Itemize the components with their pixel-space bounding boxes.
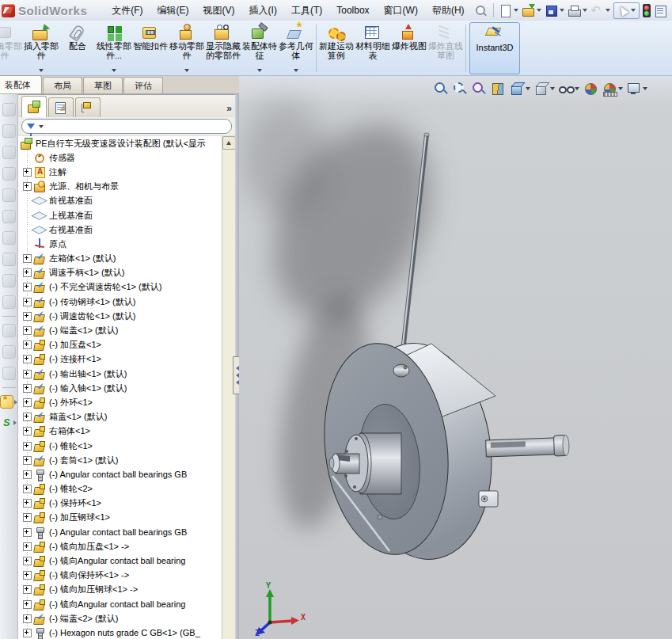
expand-toggle[interactable] bbox=[23, 268, 32, 277]
command-button-linear-pattern[interactable]: 线性零部件... bbox=[96, 21, 132, 75]
command-button-assembly-features[interactable]: 装配体特征 bbox=[241, 21, 278, 75]
left-toolbar-button[interactable] bbox=[2, 99, 16, 120]
3d-model[interactable] bbox=[239, 76, 672, 639]
expand-toggle[interactable] bbox=[23, 384, 32, 393]
expand-toggle[interactable] bbox=[23, 355, 32, 363]
left-toolbar-button[interactable] bbox=[2, 163, 16, 184]
expand-toggle[interactable] bbox=[23, 485, 32, 493]
expand-toggle[interactable] bbox=[23, 557, 32, 565]
scroll-up-button[interactable] bbox=[222, 136, 235, 150]
expand-toggle[interactable] bbox=[23, 499, 32, 508]
dropdown-caret-icon[interactable] bbox=[575, 87, 579, 90]
left-toolbar-button[interactable] bbox=[0, 391, 17, 413]
expand-toggle[interactable] bbox=[23, 370, 32, 378]
tree-item[interactable]: (-) 加压盘<1> bbox=[18, 338, 222, 352]
tree-item[interactable]: (-) 镜向Angular contact ball bearing bbox=[18, 597, 222, 611]
tree-item[interactable]: 上视基准面 bbox=[18, 208, 222, 223]
dropdown-caret-icon[interactable] bbox=[112, 69, 116, 72]
tree-item[interactable]: (-) 输出轴<1> (默认) bbox=[18, 367, 222, 381]
expand-toggle[interactable] bbox=[23, 182, 32, 191]
expand-toggle[interactable] bbox=[23, 168, 32, 177]
tree-item[interactable]: (-) 传动钢球<1> (默认) bbox=[18, 295, 222, 309]
expand-toggle[interactable] bbox=[23, 254, 32, 263]
command-button-insert-component[interactable]: 插入零部件 bbox=[23, 21, 59, 75]
tree-item[interactable]: (-) 外环<1> bbox=[18, 395, 222, 409]
dropdown-caret-icon[interactable] bbox=[257, 69, 262, 72]
tree-item[interactable]: 传感器 bbox=[18, 150, 222, 165]
menu-item[interactable]: 编辑(E) bbox=[150, 1, 196, 21]
heads-up-view-settings[interactable] bbox=[625, 81, 648, 97]
expand-toggle[interactable] bbox=[23, 340, 32, 349]
dropdown-caret-icon[interactable] bbox=[537, 9, 541, 12]
tree-item[interactable]: PE自行车无级变速器设计装配图 (默认<显示 bbox=[18, 136, 222, 150]
expand-toggle[interactable] bbox=[23, 470, 32, 479]
quick-icon-group[interactable] bbox=[613, 2, 640, 19]
filter-caret-icon[interactable] bbox=[39, 125, 44, 128]
expand-toggle[interactable] bbox=[23, 528, 32, 537]
heads-up-edit-appearance[interactable] bbox=[582, 81, 599, 97]
tree-item[interactable]: (-) 套筒<1> (默认) bbox=[18, 453, 222, 467]
heads-up-section-view[interactable] bbox=[489, 81, 507, 97]
command-button-explode-sketch[interactable]: 爆炸直线草图 bbox=[427, 21, 464, 75]
tab-propertymanager[interactable] bbox=[48, 97, 74, 117]
dropdown-caret-icon[interactable] bbox=[184, 69, 189, 72]
search-icon[interactable] bbox=[473, 4, 487, 17]
menu-item[interactable]: 工具(T) bbox=[284, 1, 329, 21]
left-toolbar-button[interactable] bbox=[2, 227, 16, 249]
dropdown-caret-icon[interactable] bbox=[631, 9, 636, 12]
tree-filter-input[interactable] bbox=[21, 119, 232, 134]
command-button-reference-geometry[interactable]: 参考几何体 bbox=[278, 21, 314, 75]
quick-icon-group[interactable] bbox=[568, 4, 589, 17]
left-toolbar-button[interactable] bbox=[2, 142, 16, 163]
menu-item[interactable]: 文件(F) bbox=[104, 1, 150, 21]
tree-item[interactable]: (-) 不完全调速齿轮<1> (默认) bbox=[18, 280, 222, 295]
tab-0[interactable]: 装配体 bbox=[0, 75, 42, 93]
heads-up-zoom-to-fit[interactable] bbox=[432, 81, 450, 97]
tree-item[interactable]: 光源、相机与布景 bbox=[18, 180, 222, 194]
quick-icon-group[interactable] bbox=[522, 4, 543, 17]
command-button-show-hidden[interactable]: 显示隐藏的零部件 bbox=[205, 21, 241, 75]
tree-item[interactable]: (-) 锥轮<2> bbox=[18, 482, 222, 496]
dropdown-caret-icon[interactable] bbox=[606, 9, 610, 12]
command-button-move-component[interactable]: 移动零部件 bbox=[169, 21, 205, 75]
tree-item[interactable]: 右视基准面 bbox=[18, 223, 222, 237]
heads-up-previous-view[interactable] bbox=[470, 81, 488, 97]
left-toolbar-button[interactable] bbox=[2, 184, 16, 206]
quick-icon-group[interactable] bbox=[590, 4, 612, 17]
left-toolbar-button[interactable] bbox=[2, 249, 16, 270]
left-toolbar-button[interactable] bbox=[2, 120, 16, 142]
dropdown-caret-icon[interactable] bbox=[13, 420, 17, 425]
quick-icon-group[interactable] bbox=[641, 4, 652, 17]
tree-item[interactable]: (-) Angular contact ball bearings GB bbox=[18, 525, 222, 539]
left-toolbar-button[interactable] bbox=[2, 341, 16, 363]
tab-1[interactable]: 布局 bbox=[43, 77, 82, 93]
expand-toggle[interactable] bbox=[23, 614, 32, 623]
dropdown-caret-icon[interactable] bbox=[643, 87, 647, 90]
tree-item[interactable]: (-) 连接杆<1> bbox=[18, 352, 222, 367]
tree-item[interactable]: (-) 镜向加压盘<1> -> bbox=[18, 539, 222, 553]
tab-3[interactable]: 评估 bbox=[123, 77, 163, 93]
command-button-motion-study[interactable]: 新建运动算例 bbox=[318, 21, 355, 75]
expand-panel-chevron-icon[interactable] bbox=[226, 103, 232, 114]
dropdown-caret-icon[interactable] bbox=[514, 9, 518, 12]
left-toolbar-button[interactable] bbox=[2, 270, 16, 291]
left-toolbar-button[interactable] bbox=[2, 206, 16, 227]
tree-item[interactable]: (-) 镜向Angular contact ball bearing bbox=[18, 553, 222, 568]
command-button-instant3d[interactable]: Instant3D bbox=[469, 22, 520, 74]
expand-toggle[interactable] bbox=[23, 326, 32, 335]
tree-item[interactable]: 右箱体<1> bbox=[18, 424, 222, 439]
expand-toggle[interactable] bbox=[23, 456, 32, 465]
tree-item[interactable]: (-) 加压钢球<1> bbox=[18, 511, 222, 525]
dropdown-caret-icon[interactable] bbox=[583, 9, 587, 12]
command-button-exploded-view[interactable]: 爆炸视图 bbox=[391, 21, 427, 75]
left-toolbar-button[interactable] bbox=[1, 413, 17, 432]
command-button-bom[interactable]: 材料明细表 bbox=[355, 21, 391, 75]
menu-item[interactable]: 窗口(W) bbox=[377, 1, 425, 21]
tree-item[interactable]: (-) 镜向保持环<1> -> bbox=[18, 569, 222, 583]
heads-up-apply-scene[interactable] bbox=[601, 81, 624, 97]
tree-item[interactable]: 注解 bbox=[18, 165, 222, 179]
expand-toggle[interactable] bbox=[23, 513, 32, 522]
expand-toggle[interactable] bbox=[23, 283, 32, 291]
tree-item[interactable]: (-) 输入轴<1> (默认) bbox=[18, 381, 222, 395]
expand-toggle[interactable] bbox=[23, 600, 32, 609]
